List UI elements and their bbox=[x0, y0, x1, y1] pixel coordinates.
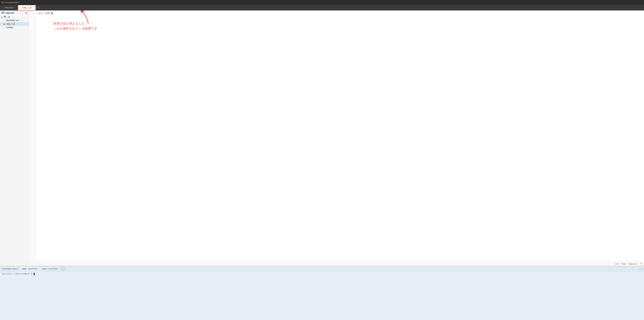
add-tab-icon: + bbox=[38, 6, 39, 9]
sidebar-item-label-ruby: ruby_1.rb bbox=[6, 23, 15, 25]
sidebar-item-untitled[interactable]: 📄 Untitled bbox=[0, 26, 29, 29]
status-gear-icon[interactable]: ⚙ bbox=[640, 262, 642, 265]
editor-content: 1 puts "RUBY"▌ 灰色の点が消えました。 これが保存されている状態で… bbox=[29, 10, 644, 262]
terminal-add-tab-button[interactable]: + bbox=[62, 267, 65, 271]
project-name: rudy test bbox=[5, 12, 14, 14]
sidebar: rudy test ⚙ ▶ .c9 📄 README.md ◆ ruby_1.r… bbox=[0, 10, 29, 266]
spaces-indicator: Spaces: 4 bbox=[629, 263, 637, 265]
sidebar-item-readme[interactable]: 📄 README.md bbox=[0, 19, 29, 22]
file-icon-ruby: ◆ bbox=[3, 23, 5, 25]
tab-welcome-icon: ◻ bbox=[2, 6, 4, 9]
code-string-ruby: "RUBY" bbox=[44, 12, 52, 15]
tab-welcome-close[interactable]: × bbox=[14, 7, 16, 9]
goto-anything-button[interactable]: Go to Anything (⌘ P) bbox=[2, 2, 20, 4]
sidebar-header: rudy test ⚙ bbox=[0, 10, 29, 15]
editor-area: 1 puts "RUBY"▌ 灰色の点が消えました。 これが保存されている状態で… bbox=[29, 10, 644, 266]
terminal-add-icon: + bbox=[62, 267, 64, 270]
tab-ruby-icon: ◻ bbox=[20, 6, 22, 9]
terminal-tab-immediate[interactable]: Immediate (Java × bbox=[1, 266, 20, 271]
language-indicator: Ruby bbox=[622, 263, 626, 265]
code-editor[interactable]: puts "RUBY"▌ bbox=[36, 10, 644, 262]
tab-ruby-close[interactable]: × bbox=[32, 7, 34, 9]
terminal-tab-bash2[interactable]: bash - "ip-172-31 × bbox=[41, 266, 61, 271]
line-numbers: 1 bbox=[29, 10, 36, 262]
terminal-tab-bash2-label: bash - "ip-172-31 bbox=[42, 268, 57, 270]
sidebar-gear-icon[interactable]: ⚙ bbox=[25, 12, 27, 14]
terminal-tab-bash1-label: bash - "ip-172-31 bbox=[22, 268, 37, 270]
terminal-tab-bash2-close[interactable]: × bbox=[58, 268, 59, 270]
terminal-tab-bar: Immediate (Java × bash - "ip-172-31 × ba… bbox=[0, 266, 644, 271]
add-tab-button[interactable]: + bbox=[36, 5, 41, 10]
folder-icon-c9 bbox=[4, 16, 6, 18]
terminal-close-icon[interactable]: × bbox=[642, 267, 643, 270]
terminal-prompt: ec2-user:~/environment $ bbox=[2, 273, 32, 275]
editor-tab-bar: ◻ Welcome × ◻ ruby_1.rb × + bbox=[0, 5, 644, 10]
tab-ruby[interactable]: ◻ ruby_1.rb × bbox=[18, 5, 36, 10]
terminal-body[interactable]: ec2-user:~/environment $ bbox=[0, 271, 644, 320]
terminal-tab-bash1[interactable]: bash - "ip-172-31 × bbox=[20, 266, 40, 271]
sidebar-item-ruby[interactable]: ◆ ruby_1.rb bbox=[0, 22, 29, 26]
terminal-tab-immediate-label: Immediate (Java bbox=[2, 268, 16, 270]
terminal-tab-immediate-close[interactable]: × bbox=[17, 268, 18, 270]
line-number-1: 1 bbox=[29, 12, 34, 15]
tab-ruby-label: ruby_1.rb bbox=[22, 6, 32, 9]
terminal-cursor bbox=[34, 273, 35, 275]
code-keyword-puts: puts bbox=[38, 12, 43, 15]
project-folder-icon bbox=[2, 12, 4, 14]
file-icon-readme: 📄 bbox=[3, 20, 5, 22]
sidebar-item-label-readme: README.md bbox=[6, 19, 18, 22]
tab-welcome-label: Welcome bbox=[5, 6, 14, 9]
sidebar-item-c9[interactable]: ▶ .c9 bbox=[0, 15, 29, 19]
cursor-position: 1:12 bbox=[615, 263, 619, 265]
sidebar-item-label-untitled: Untitled bbox=[6, 26, 13, 29]
sidebar-item-label-c9: .c9 bbox=[7, 16, 10, 18]
status-bar: 1:12 Ruby Spaces: 4 ⚙ bbox=[29, 262, 644, 266]
tab-welcome[interactable]: ◻ Welcome × bbox=[0, 5, 18, 10]
folder-arrow-icon: ▶ bbox=[2, 16, 3, 18]
bottom-panel: Immediate (Java × bash - "ip-172-31 × ba… bbox=[0, 266, 644, 320]
terminal-maximize-icon[interactable]: ⬜ bbox=[638, 267, 641, 270]
file-icon-untitled: 📄 bbox=[3, 26, 5, 29]
terminal-tab-bash1-close[interactable]: × bbox=[38, 268, 39, 270]
terminal-controls: ⬜ × bbox=[638, 267, 643, 270]
main-content: rudy test ⚙ ▶ .c9 📄 README.md ◆ ruby_1.r… bbox=[0, 10, 644, 266]
top-bar: Go to Anything (⌘ P) bbox=[0, 0, 644, 5]
